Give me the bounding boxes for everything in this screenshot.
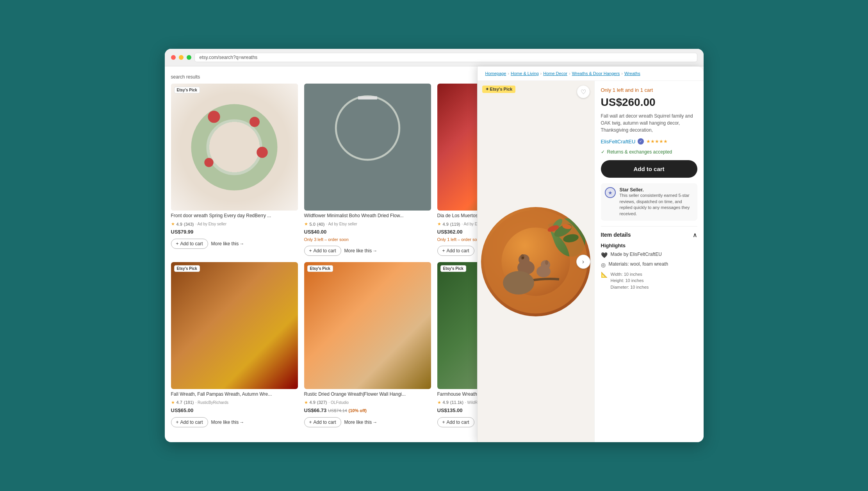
panel-add-to-cart-button[interactable]: Add to cart bbox=[601, 160, 697, 178]
panel-product-image bbox=[481, 207, 590, 316]
svg-point-9 bbox=[522, 257, 524, 259]
highlight-dimensions: 📐 Width: 10 inchesHeight: 10 inchesDiame… bbox=[601, 271, 697, 291]
highlights-title: Highlights bbox=[601, 243, 697, 248]
checkmark-icon: ✓ bbox=[601, 149, 605, 155]
product-title-1: Front door wreath Spring Every day RedBe… bbox=[171, 213, 298, 219]
more-like-link-5[interactable]: More like this → bbox=[211, 420, 244, 425]
more-like-link-6[interactable]: More like this → bbox=[344, 420, 378, 425]
panel-price: US$260.00 bbox=[601, 96, 697, 109]
dimensions-icon: 📐 bbox=[601, 271, 608, 278]
product-actions-5: + Add to cart More like this → bbox=[171, 417, 298, 427]
breadcrumb-home-living[interactable]: Home & Living bbox=[511, 71, 539, 76]
product-title-5: Fall Wreath, Fall Pampas Wreath, Autumn … bbox=[171, 391, 298, 398]
seller-name[interactable]: ElisFeltCraftEU bbox=[601, 139, 636, 145]
more-like-link-1[interactable]: More like this → bbox=[211, 241, 244, 246]
product-card-1: Etsy's Pick Front door wreath Spring Eve… bbox=[171, 84, 298, 256]
materials-icon: ◎ bbox=[601, 262, 606, 268]
product-rating-6: ★ 4.9 (327) · OLFstudio bbox=[304, 400, 431, 405]
breadcrumb-homepage[interactable]: Homepage bbox=[485, 71, 506, 76]
product-rating-1: ★ 4.9 (343) · Ad by Etsy seller bbox=[171, 221, 298, 227]
product-title-2: Wildflower Minimalist Boho Wreath Dried … bbox=[304, 213, 431, 219]
breadcrumb: Homepage › Home & Living › Home Decor › … bbox=[478, 66, 704, 81]
add-to-cart-btn-1[interactable]: + Add to cart bbox=[171, 239, 208, 249]
panel-etsy-pick-badge: ✦ Etsy's Pick bbox=[482, 86, 516, 93]
product-actions-6: + Add to cart More like this → bbox=[304, 417, 431, 427]
etsy-pick-badge-7: Etsy's Pick bbox=[440, 265, 466, 272]
svg-point-12 bbox=[545, 260, 548, 265]
url-bar[interactable]: etsy.com/search?q=wreaths bbox=[194, 53, 697, 62]
favorite-button[interactable]: ♡ bbox=[577, 86, 590, 98]
product-actions-1: + Add to cart More like this → bbox=[171, 239, 298, 249]
add-to-cart-btn-3[interactable]: + Add to cart bbox=[437, 246, 474, 256]
star-seller-text: This seller consistently earned 5-star r… bbox=[620, 193, 693, 217]
made-by-icon: 🖤 bbox=[601, 252, 608, 258]
product-card-6: Etsy's Pick Rustic Dried Orange Wreath|F… bbox=[304, 262, 431, 434]
star-seller-info: Star Seller. This seller consistently ea… bbox=[620, 187, 693, 217]
add-to-cart-btn-2[interactable]: + Add to cart bbox=[304, 246, 341, 256]
browser-maximize[interactable] bbox=[187, 55, 191, 60]
breadcrumb-wreaths[interactable]: Wreaths bbox=[624, 71, 640, 76]
product-card-5: Etsy's Pick Fall Wreath, Fall Pampas Wre… bbox=[171, 262, 298, 434]
product-price-1: US$79.99 bbox=[171, 229, 298, 235]
seller-row: ElisFeltCraftEU ✓ ★★★★★ bbox=[601, 138, 697, 145]
add-to-cart-btn-6[interactable]: + Add to cart bbox=[304, 417, 341, 427]
seller-verified-icon: ✓ bbox=[638, 138, 644, 145]
product-rating-2: ★ 5.0 (40) · Ad by Etsy seller bbox=[304, 221, 431, 227]
star-seller-title: Star Seller. bbox=[620, 187, 693, 193]
highlight-made-by-text: Made by ElisFeltCraftEU bbox=[611, 252, 662, 257]
more-like-link-2[interactable]: More like this → bbox=[344, 248, 378, 254]
browser-close[interactable] bbox=[171, 55, 176, 60]
highlight-materials-text: Materials: wool, foam wreath bbox=[609, 261, 668, 267]
product-actions-2: + Add to cart More like this → bbox=[304, 246, 431, 256]
product-title-6: Rustic Dried Orange Wreath|Flower Wall H… bbox=[304, 391, 431, 398]
item-details-title: Item details bbox=[601, 232, 631, 238]
etsy-pick-badge-1: Etsy's Pick bbox=[174, 87, 200, 93]
star-seller-box: ★ Star Seller. This seller consistently … bbox=[601, 183, 697, 221]
product-image-6[interactable]: Etsy's Pick bbox=[304, 262, 431, 389]
collapse-icon: ∧ bbox=[693, 231, 697, 239]
add-to-cart-btn-5[interactable]: + Add to cart bbox=[171, 417, 208, 427]
only-left-label: Only 1 left and in 1 cart bbox=[601, 87, 697, 93]
product-price-6: US$66.73 US$74.14 (10% off) bbox=[304, 407, 431, 413]
svg-text:★: ★ bbox=[608, 190, 613, 196]
panel-info-section: Only 1 left and in 1 cart US$260.00 Fall… bbox=[594, 81, 704, 442]
panel-image-section: ✦ Etsy's Pick ♡ ‹ bbox=[478, 81, 594, 442]
star-seller-icon: ★ bbox=[605, 187, 616, 198]
panel-body: ✦ Etsy's Pick ♡ ‹ bbox=[478, 81, 704, 442]
seller-stars: ★★★★★ bbox=[646, 139, 668, 144]
highlight-materials: ◎ Materials: wool, foam wreath bbox=[601, 261, 697, 268]
item-details-section: Item details ∧ Highlights 🖤 Made by Elis… bbox=[601, 226, 697, 291]
product-image-5[interactable]: Etsy's Pick bbox=[171, 262, 298, 389]
add-to-cart-btn-7[interactable]: + Add to cart bbox=[437, 417, 474, 427]
panel-description: Fall wall art decor wreath Squirrel fami… bbox=[601, 112, 697, 134]
image-next-button[interactable]: › bbox=[576, 255, 590, 269]
browser-minimize[interactable] bbox=[179, 55, 184, 60]
product-card-2: Wildflower Minimalist Boho Wreath Dried … bbox=[304, 84, 431, 256]
etsy-pick-badge-6: Etsy's Pick bbox=[307, 265, 333, 272]
product-image-2[interactable] bbox=[304, 84, 431, 211]
breadcrumb-home-decor[interactable]: Home Decor bbox=[543, 71, 567, 76]
item-details-header[interactable]: Item details ∧ bbox=[601, 231, 697, 239]
breadcrumb-wreaths-door-hangers[interactable]: Wreaths & Door Hangers bbox=[572, 71, 620, 76]
etsy-pick-badge-5: Etsy's Pick bbox=[174, 265, 200, 272]
highlight-dimensions-text: Width: 10 inchesHeight: 10 inchesDiamete… bbox=[611, 271, 649, 291]
returns-row: ✓ Returns & exchanges accepted bbox=[601, 149, 697, 155]
highlight-made-by: 🖤 Made by ElisFeltCraftEU bbox=[601, 252, 697, 258]
product-price-5: US$65.00 bbox=[171, 407, 298, 413]
product-image-1[interactable]: Etsy's Pick bbox=[171, 84, 298, 211]
product-price-2: US$40.00 bbox=[304, 229, 431, 235]
product-rating-5: ★ 4.7 (181) · RusticByRichards bbox=[171, 400, 298, 405]
returns-label: Returns & exchanges accepted bbox=[607, 149, 672, 155]
product-detail-panel: Homepage › Home & Living › Home Decor › … bbox=[477, 66, 704, 442]
order-soon-2: Only 3 left – order soon bbox=[304, 237, 431, 242]
